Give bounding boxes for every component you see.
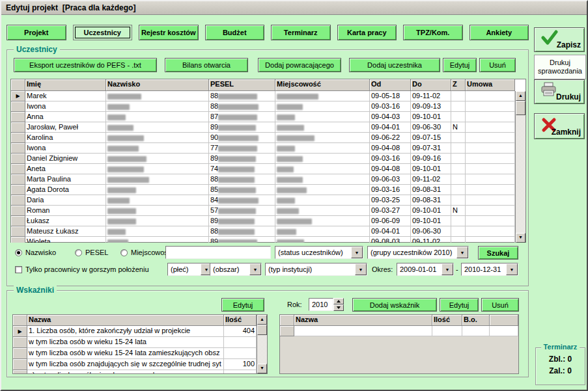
zapisz-button[interactable]: Zapisz	[534, 27, 585, 52]
scroll-down-button[interactable]: ▼	[257, 364, 267, 373]
row-selector[interactable]	[11, 133, 25, 143]
gorsze-polozenie-checkbox[interactable]: Tylko pracownicy w gorszym położeniu	[15, 263, 149, 276]
tab-karta-pracy[interactable]: Karta pracy	[337, 25, 397, 40]
row-selector[interactable]	[13, 348, 27, 359]
radio-pesel[interactable]: PESEL	[75, 246, 108, 259]
table-row[interactable]: Jarosław, Paweł8909-04-0109-06-30N	[11, 122, 515, 133]
status-uczestnikow-dropdown[interactable]: (status uczestników) ▼	[275, 246, 363, 259]
column-header-bo[interactable]: B.o.	[462, 315, 490, 326]
radio-nazwisko[interactable]: Nazwisko	[15, 246, 56, 259]
date-to-dropdown[interactable]: 2010-12-31 ▼	[461, 263, 518, 276]
blank-column-header[interactable]	[490, 315, 518, 326]
scroll-down-button[interactable]: ▼	[516, 233, 525, 243]
obszar-dropdown[interactable]: (obszar) ▼	[210, 263, 262, 276]
usun-uczestnika-button[interactable]: Usuń	[479, 58, 516, 72]
column-header-imi[interactable]: Imię	[25, 79, 106, 91]
scroll-thumb[interactable]	[257, 325, 267, 335]
row-selector[interactable]	[11, 237, 25, 243]
dodaj-uczestnika-button[interactable]: Dodaj uczestnika	[349, 58, 440, 72]
row-selector[interactable]	[11, 195, 25, 206]
dodaj-powracajacego-button[interactable]: Dodaj powracającego	[258, 58, 341, 72]
scroll-track[interactable]	[516, 115, 525, 233]
row-selector[interactable]	[11, 122, 25, 133]
export-pefs-button[interactable]: Eksport uczestników do PEFS - .txt	[14, 58, 157, 72]
spinner-up-button[interactable]	[333, 298, 344, 304]
wskazniki-edytuj-right-button[interactable]: Edytuj	[440, 298, 479, 312]
column-header-nazwisko[interactable]: Nazwisko	[106, 79, 209, 91]
column-header-ilo[interactable]: Ilość	[432, 315, 462, 326]
radio-button-icon[interactable]	[15, 249, 22, 256]
chevron-down-icon[interactable]: ▼	[249, 263, 261, 275]
rok-spinner[interactable]: 2010	[309, 298, 344, 311]
row-selector[interactable]	[11, 206, 25, 216]
scroll-thumb[interactable]	[516, 101, 525, 115]
table-row[interactable]: Karolina9009-06-2209-07-15	[11, 133, 515, 143]
blank-column-header[interactable]	[280, 315, 294, 326]
table-row[interactable]: Aneta7409-04-0809-10-01	[11, 164, 515, 174]
chevron-down-icon[interactable]: ▼	[456, 247, 468, 258]
table-row[interactable]: Agata Dorota8509-03-1609-08-31	[11, 185, 515, 195]
table-row[interactable]: Daniel Zbigniew8909-03-1609-09-16	[11, 154, 515, 164]
row-selector[interactable]	[11, 216, 25, 226]
chevron-down-icon[interactable]: ▼	[441, 263, 453, 275]
indicator-row[interactable]: w tym liczba osób w wieku 15-24 lata	[13, 337, 257, 348]
plec-dropdown[interactable]: (płeć) ▼	[167, 263, 213, 276]
indicator-row[interactable]: w tym liczba osób w wieku 15-24 lata zam…	[13, 348, 257, 359]
row-selector[interactable]	[13, 359, 27, 370]
scroll-up-button[interactable]: ▲	[516, 91, 525, 101]
chevron-down-icon[interactable]: ▼	[506, 263, 518, 275]
table-row[interactable]: Daria8409-03-2509-08-31	[11, 195, 515, 206]
indicator-row[interactable]: w tym liczba osób znajdujących się w szc…	[13, 359, 257, 370]
row-selector[interactable]	[11, 112, 25, 122]
column-header-do[interactable]: Do	[411, 79, 451, 91]
table-row[interactable]: Roman5709-03-2709-10-01N	[11, 206, 515, 216]
tab-tpz-kom[interactable]: TPZ/Kom.	[403, 25, 463, 40]
indicator-row[interactable]	[280, 326, 518, 336]
selector-column-header[interactable]	[11, 79, 25, 91]
tab-budzet[interactable]: Budżet	[205, 25, 265, 40]
column-header-nazwa[interactable]: Nazwa	[294, 315, 432, 326]
row-selector[interactable]: ▶	[11, 91, 25, 101]
wskazniki-edytuj-left-button[interactable]: Edytuj	[221, 298, 264, 312]
row-selector[interactable]	[13, 337, 27, 348]
indicator-row[interactable]: a) w tym liczba osób niepełnosprawnych	[13, 370, 257, 373]
dodaj-wskaznik-button[interactable]: Dodaj wskaźnik	[352, 298, 437, 312]
row-selector[interactable]	[11, 101, 25, 112]
table-row[interactable]: ▶Marek8809-05-1809-11-02	[11, 91, 515, 101]
row-selector[interactable]	[280, 326, 294, 336]
edytuj-uczestnika-button[interactable]: Edytuj	[443, 58, 477, 72]
column-header-ilosc[interactable]: Ilość	[224, 315, 257, 326]
grupy-uczestnikow-dropdown[interactable]: (grupy uczestników 2010) ▼	[367, 246, 469, 259]
table-row[interactable]: Iwona7709-04-0809-07-31	[11, 143, 515, 154]
radio-miejscowosc[interactable]: Miejscowość	[120, 246, 171, 259]
spinner-down-button[interactable]	[333, 304, 344, 311]
table-row[interactable]: Wioleta8909-08-0309-11-02	[11, 237, 515, 243]
radio-button-icon[interactable]	[120, 249, 128, 256]
table-row[interactable]: Łukasz8909-06-0909-10-01	[11, 216, 515, 226]
drukuj-button[interactable]: Drukuj	[534, 79, 585, 104]
drukuj-sprawozdania-button[interactable]: Drukuj sprawozdania	[534, 55, 586, 79]
column-header-miejscowo[interactable]: Miejscowość	[275, 79, 370, 91]
date-from-dropdown[interactable]: 2009-01-01 ▼	[397, 263, 454, 276]
table-row[interactable]: Anna8709-04-0309-10-01	[11, 112, 515, 122]
usun-wskaznik-button[interactable]: Usuń	[481, 298, 519, 312]
zamknij-button[interactable]: Zamknij	[534, 113, 585, 139]
checkbox-icon[interactable]	[15, 266, 22, 273]
search-input[interactable]	[165, 246, 271, 259]
bilans-otwarcia-button[interactable]: Bilans otwarcia	[165, 58, 248, 72]
tab-ankiety[interactable]: Ankiety	[469, 25, 529, 40]
scroll-track[interactable]	[257, 335, 267, 364]
row-selector[interactable]	[11, 143, 25, 154]
chevron-down-icon[interactable]: ▼	[355, 263, 367, 275]
row-selector[interactable]	[11, 226, 25, 237]
tab-uczestnicy[interactable]: Uczestnicy	[73, 25, 133, 40]
table-row[interactable]: Iwona8809-03-1609-09-13	[11, 101, 515, 112]
typ-instytucji-dropdown[interactable]: (typ instytucji) ▼	[265, 263, 367, 276]
radio-button-icon[interactable]	[75, 249, 82, 256]
column-header-od[interactable]: Od	[370, 79, 411, 91]
row-selector[interactable]: ▶	[13, 326, 27, 337]
tab-terminarz[interactable]: Terminarz	[271, 25, 331, 40]
table-row[interactable]: Marta Paulina8809-06-0309-11-02	[11, 174, 515, 185]
column-header-umowa[interactable]: Umowa	[466, 79, 515, 91]
column-header-pesel[interactable]: PESEL	[209, 79, 275, 91]
